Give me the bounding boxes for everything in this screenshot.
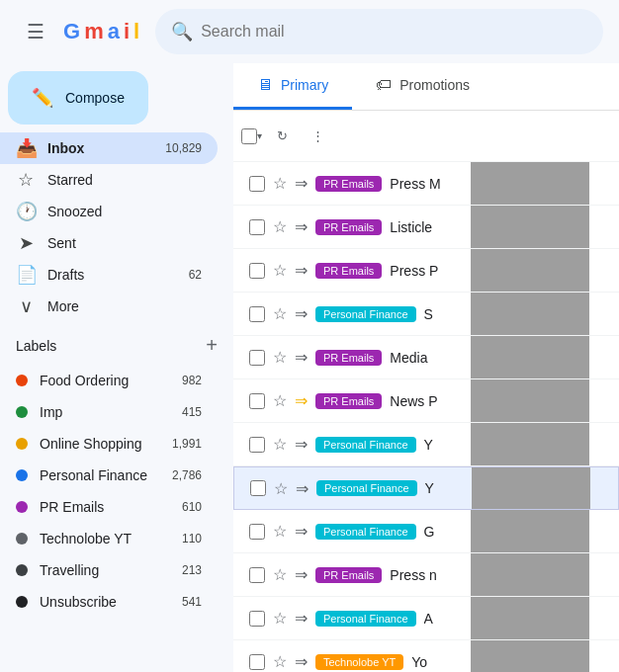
star-button[interactable]: ☆: [273, 261, 287, 280]
compose-button[interactable]: ✏️ Compose: [8, 71, 148, 125]
drafts-count: 62: [189, 268, 202, 282]
forward-button[interactable]: ⇒: [295, 304, 308, 323]
star-icon: ☆: [16, 169, 36, 191]
star-button[interactable]: ☆: [273, 565, 287, 584]
star-button[interactable]: ☆: [273, 217, 287, 236]
label-technolobe-yt[interactable]: Technolobe YT 110: [0, 523, 218, 554]
forward-button[interactable]: ⇒: [296, 479, 309, 498]
label-unsubscribe[interactable]: Unsubscribe 541: [0, 586, 218, 618]
star-button[interactable]: ☆: [274, 479, 288, 498]
overlay-block: [472, 467, 590, 509]
label-travelling[interactable]: Travelling 213: [0, 554, 218, 586]
forward-button[interactable]: ⇒: [295, 609, 308, 628]
pr-emails-count: 610: [182, 500, 202, 514]
star-button[interactable]: ☆: [273, 304, 287, 323]
search-input[interactable]: [201, 23, 587, 41]
email-checkbox[interactable]: [250, 480, 266, 496]
technolobe-yt-dot: [16, 533, 28, 545]
forward-button[interactable]: ⇒: [295, 174, 308, 193]
email-checkbox[interactable]: [249, 393, 265, 409]
email-checkbox[interactable]: [249, 611, 265, 627]
email-row[interactable]: ☆ ⇒ Personal Finance S: [233, 293, 619, 336]
label-food-ordering[interactable]: Food Ordering 982: [0, 365, 218, 396]
email-checkbox[interactable]: [249, 350, 265, 366]
email-checkbox[interactable]: [249, 306, 265, 322]
label-online-shopping[interactable]: Online Shopping 1,991: [0, 428, 218, 460]
label-imp[interactable]: Imp 415: [0, 396, 218, 428]
email-row[interactable]: ☆ ⇒ Personal Finance A: [233, 597, 619, 640]
sidebar-item-sent[interactable]: ➤ Sent: [0, 227, 218, 259]
tab-bar: 🖥 Primary 🏷 Promotions: [233, 63, 619, 111]
refresh-button[interactable]: ↻: [266, 121, 298, 152]
labels-title: Labels: [16, 338, 56, 354]
star-button[interactable]: ☆: [273, 609, 287, 628]
select-dropdown-button[interactable]: ▾: [257, 130, 262, 141]
email-checkbox[interactable]: [249, 176, 265, 192]
email-row[interactable]: ☆ ⇒ PR Emails Press M: [233, 162, 619, 206]
forward-button[interactable]: ⇒: [295, 652, 308, 671]
search-bar[interactable]: 🔍: [155, 9, 603, 54]
email-checkbox[interactable]: [249, 654, 265, 670]
sidebar-item-inbox[interactable]: 📥 Inbox 10,829: [0, 132, 218, 164]
forward-button[interactable]: ⇒: [295, 435, 308, 454]
unsubscribe-dot: [16, 596, 28, 608]
imp-name: Imp: [40, 404, 170, 420]
star-button[interactable]: ☆: [273, 522, 287, 541]
label-pr-emails[interactable]: PR Emails 610: [0, 491, 218, 523]
tab-promotions[interactable]: 🏷 Promotions: [352, 63, 493, 110]
technolobe-yt-name: Technolobe YT: [40, 531, 170, 546]
email-row[interactable]: ☆ ⇒ Personal Finance Y: [233, 466, 619, 510]
star-button[interactable]: ☆: [273, 348, 287, 367]
email-checkbox[interactable]: [249, 437, 265, 453]
email-row[interactable]: ☆ ⇒ PR Emails Press P: [233, 249, 619, 293]
forward-button[interactable]: ⇒: [295, 261, 308, 280]
email-checkbox[interactable]: [249, 567, 265, 583]
sidebar-item-more[interactable]: ∨ More: [0, 291, 218, 322]
menu-button[interactable]: ☰: [16, 12, 55, 51]
label-personal-finance[interactable]: Personal Finance 2,786: [0, 460, 218, 491]
online-shopping-dot: [16, 438, 28, 450]
sidebar-item-drafts[interactable]: 📄 Drafts 62: [0, 259, 218, 291]
tab-primary[interactable]: 🖥 Primary: [233, 63, 352, 110]
travelling-name: Travelling: [40, 562, 170, 578]
select-all-checkbox-wrap[interactable]: [241, 128, 257, 144]
toolbar: ▾ ↻ ⋮: [233, 111, 619, 162]
drafts-label: Drafts: [47, 267, 177, 283]
forward-button[interactable]: ⇒: [295, 522, 308, 541]
email-row[interactable]: ☆ ⇒ Technolobe YT Yo: [233, 640, 619, 672]
email-row[interactable]: ☆ ⇒ PR Emails Press n: [233, 553, 619, 597]
email-row[interactable]: ☆ ⇒ PR Emails Media: [233, 336, 619, 379]
forward-button[interactable]: ⇒: [295, 391, 308, 410]
email-tag: PR Emails: [315, 263, 382, 279]
sidebar-item-snoozed[interactable]: 🕐 Snoozed: [0, 196, 218, 227]
star-button[interactable]: ☆: [273, 435, 287, 454]
email-row[interactable]: ☆ ⇒ Personal Finance G: [233, 510, 619, 553]
add-label-button[interactable]: +: [206, 334, 218, 357]
overlay-block: [471, 162, 589, 205]
more-label: More: [47, 298, 202, 314]
online-shopping-name: Online Shopping: [40, 436, 160, 452]
forward-button[interactable]: ⇒: [295, 565, 308, 584]
email-checkbox[interactable]: [249, 263, 265, 279]
email-checkbox[interactable]: [249, 219, 265, 235]
forward-button[interactable]: ⇒: [295, 348, 308, 367]
email-tag: Personal Finance: [315, 524, 416, 540]
star-button[interactable]: ☆: [273, 174, 287, 193]
hamburger-icon: ☰: [27, 20, 44, 43]
email-row[interactable]: ☆ ⇒ Personal Finance Y: [233, 423, 619, 466]
email-checkbox[interactable]: [249, 524, 265, 540]
star-button[interactable]: ☆: [273, 391, 287, 410]
email-row[interactable]: ☆ ⇒ PR Emails News P: [233, 379, 619, 423]
travelling-dot: [16, 564, 28, 576]
imp-dot: [16, 406, 28, 418]
online-shopping-count: 1,991: [172, 437, 202, 451]
forward-button[interactable]: ⇒: [295, 217, 308, 236]
star-button[interactable]: ☆: [273, 652, 287, 671]
sidebar-item-starred[interactable]: ☆ Starred: [0, 164, 218, 196]
email-row[interactable]: ☆ ⇒ PR Emails Listicle: [233, 206, 619, 249]
pr-emails-name: PR Emails: [40, 499, 170, 515]
select-all-checkbox[interactable]: [241, 128, 257, 144]
more-options-button[interactable]: ⋮: [302, 121, 333, 152]
unsubscribe-count: 541: [182, 595, 202, 609]
overlay-block: [471, 510, 589, 552]
